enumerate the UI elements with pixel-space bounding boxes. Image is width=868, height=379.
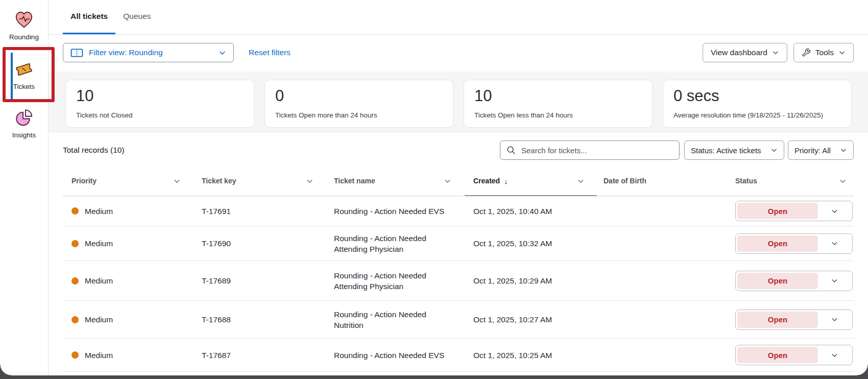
tab[interactable]: Queues xyxy=(115,0,158,34)
chevron-down-icon xyxy=(219,49,226,57)
sidebar-item-label: Insights xyxy=(12,131,36,139)
chevron-down-icon[interactable] xyxy=(173,177,181,185)
table-row[interactable]: Medium T-17687 Rounding - Action Needed … xyxy=(63,339,854,372)
sidebar-item[interactable]: Rounding xyxy=(0,10,48,41)
priority-value: Medium xyxy=(85,238,113,249)
stat-label: Tickets not Closed xyxy=(76,111,244,119)
table-row[interactable]: Medium T-17689 Rounding - Action Needed … xyxy=(63,261,854,301)
priority-value: Medium xyxy=(85,275,113,286)
heart-pulse-icon xyxy=(14,10,34,30)
tab[interactable]: All tickets xyxy=(63,0,115,34)
stat-card: 0 Tickets Open more than 24 hours xyxy=(264,80,453,128)
ticket-key-value: T-17690 xyxy=(199,238,331,249)
column-header[interactable]: Ticket key xyxy=(199,166,331,196)
chevron-down-icon xyxy=(840,147,847,154)
ticket-key-value: T-17688 xyxy=(199,314,331,325)
table-body: Medium T-17691 Rounding - Action Needed … xyxy=(63,196,854,372)
status-dropdown[interactable]: Open xyxy=(735,310,853,330)
stat-value: 0 xyxy=(275,86,443,106)
chevron-down-icon[interactable] xyxy=(444,177,451,185)
priority-value: Medium xyxy=(85,206,113,217)
column-header-label: Status xyxy=(735,177,757,185)
chevron-down-icon xyxy=(770,147,778,154)
stats-row: 10 Tickets not Closed 0 Tickets Open mor… xyxy=(49,72,868,133)
window-corner xyxy=(0,364,11,375)
tools-button[interactable]: Tools xyxy=(793,43,854,62)
chevron-down-icon[interactable] xyxy=(818,207,851,215)
sidebar-item-label: Tickets xyxy=(13,83,35,90)
column-header-label: Date of Birth xyxy=(604,177,646,185)
chevron-down-icon[interactable] xyxy=(577,177,585,185)
sort-desc-icon: ↓ xyxy=(504,177,508,185)
status-badge[interactable]: Open xyxy=(737,203,818,219)
priority-dot-icon xyxy=(71,240,79,247)
column-header-label: Ticket key xyxy=(202,177,236,185)
table-row[interactable]: Medium T-17688 Rounding - Action Needed … xyxy=(63,301,854,339)
priority-filter-dropdown[interactable]: Priority: All xyxy=(788,140,854,160)
priority-dot-icon xyxy=(71,351,79,359)
stat-card: 10 Tickets not Closed xyxy=(65,80,254,128)
stat-label: Tickets Open more than 24 hours xyxy=(275,111,443,119)
ticket-outline-icon xyxy=(70,49,83,57)
tools-label: Tools xyxy=(815,48,834,57)
ticket-key-value: T-17687 xyxy=(199,350,331,361)
chevron-down-icon[interactable] xyxy=(818,277,851,285)
chevron-down-icon[interactable] xyxy=(306,177,314,185)
created-value: Oct 1, 2025, 10:29 AM xyxy=(471,275,601,286)
column-header[interactable]: Status xyxy=(733,166,854,196)
reset-filters-link[interactable]: Reset filters xyxy=(249,43,291,62)
chevron-down-icon xyxy=(772,49,779,56)
sidebar-item-label: Rounding xyxy=(9,33,39,41)
column-header[interactable]: Ticket name xyxy=(331,166,471,196)
filter-toolbar: Filter view: Rounding Reset filters View… xyxy=(49,35,868,72)
priority-filter-label: Priority: All xyxy=(794,146,831,155)
priority-dot-icon xyxy=(71,207,79,215)
chevron-down-icon[interactable] xyxy=(839,177,847,185)
filter-view-dropdown[interactable]: Filter view: Rounding xyxy=(63,43,234,62)
status-dropdown[interactable]: Open xyxy=(735,201,853,221)
column-header[interactable]: Date of Birth xyxy=(601,166,733,196)
created-value: Oct 1, 2025, 10:27 AM xyxy=(471,314,601,325)
table-row[interactable]: Medium T-17690 Rounding - Action Needed … xyxy=(63,226,854,261)
column-header-label: Created xyxy=(473,177,500,185)
column-header[interactable]: Created ↓ xyxy=(471,166,601,196)
main-content: All tickets Queues Filter view: Rounding… xyxy=(49,0,868,379)
stat-card: 0 secs Average resolution time (9/18/202… xyxy=(663,80,852,128)
status-filter-label: Status: Active tickets xyxy=(691,146,761,155)
search-input[interactable] xyxy=(520,146,673,155)
filter-view-label: Filter view: Rounding xyxy=(89,48,213,57)
sidebar-item[interactable]: Insights xyxy=(0,108,48,139)
chevron-down-icon xyxy=(838,49,846,56)
created-value: Oct 1, 2025, 10:25 AM xyxy=(471,350,601,361)
chevron-down-icon[interactable] xyxy=(818,351,851,359)
priority-value: Medium xyxy=(85,350,113,361)
status-filter-dropdown[interactable]: Status: Active tickets xyxy=(684,140,784,160)
ticket-key-value: T-17689 xyxy=(199,275,331,286)
search-icon xyxy=(507,146,516,155)
chevron-down-icon[interactable] xyxy=(818,316,851,323)
status-badge[interactable]: Open xyxy=(737,235,818,252)
view-dashboard-label: View dashboard xyxy=(711,48,767,57)
table-row[interactable]: Medium T-17691 Rounding - Action Needed … xyxy=(63,196,854,226)
status-dropdown[interactable]: Open xyxy=(735,345,853,365)
column-header-label: Priority xyxy=(71,177,97,185)
sidebar-item[interactable]: Tickets xyxy=(0,60,48,90)
view-dashboard-button[interactable]: View dashboard xyxy=(703,43,787,62)
status-badge[interactable]: Open xyxy=(737,312,818,328)
status-badge[interactable]: Open xyxy=(737,347,818,363)
status-dropdown[interactable]: Open xyxy=(735,233,853,254)
ticket-key-value: T-17691 xyxy=(199,206,331,217)
status-badge[interactable]: Open xyxy=(737,273,818,289)
status-dropdown[interactable]: Open xyxy=(735,271,853,291)
ticket-name-value: Rounding - Action Needed Attending Physi… xyxy=(331,233,471,254)
created-value: Oct 1, 2025, 10:40 AM xyxy=(471,206,601,217)
stat-label: Average resolution time (9/18/2025 - 11/… xyxy=(673,111,841,119)
stat-value: 10 xyxy=(76,86,244,106)
tab-label: All tickets xyxy=(70,12,108,21)
chevron-down-icon[interactable] xyxy=(818,240,851,247)
column-header[interactable]: Priority xyxy=(63,166,199,196)
search-box[interactable] xyxy=(500,140,680,160)
window-corner xyxy=(857,364,868,375)
pie-chart-icon xyxy=(14,108,34,128)
priority-dot-icon xyxy=(71,277,79,285)
